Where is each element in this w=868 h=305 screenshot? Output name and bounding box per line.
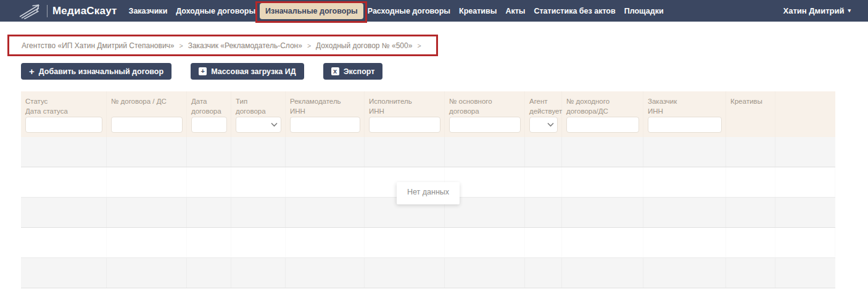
table-cell: [562, 137, 643, 167]
table-row: [21, 258, 835, 288]
nav-item-initial-contracts[interactable]: Изначальные договоры: [260, 3, 363, 19]
table-cell: [643, 137, 726, 167]
user-name: Хатин Дмитрий: [783, 6, 845, 15]
breadcrumb-separator: >: [417, 42, 421, 49]
bulk-upload-button[interactable]: + Массовая загрузка ИД: [191, 63, 304, 80]
table-cell: [775, 258, 835, 288]
table-cell: [231, 228, 286, 257]
table-cell: [562, 228, 643, 257]
table-cell: [775, 137, 835, 167]
nav-item-income-contracts[interactable]: Доходные договоры: [172, 7, 260, 15]
breadcrumb-link-1[interactable]: Заказчик «Рекламодатель-Слон»: [188, 41, 302, 50]
column-header-main-contract-number: № основногодоговора: [445, 91, 525, 137]
table-cell: [286, 198, 365, 227]
table-cell: [21, 198, 107, 227]
nav-item-creatives[interactable]: Креативы: [455, 7, 501, 15]
filter-income-contract-number-input[interactable]: [566, 117, 639, 133]
table-cell: [525, 258, 562, 288]
table-cell: [21, 228, 107, 257]
column-header-customer: ЗаказчикИНН: [643, 91, 726, 137]
column-header-agent-acting: Агентдействует: [525, 91, 562, 137]
table-body: [21, 137, 835, 288]
breadcrumb-separator: >: [180, 42, 183, 49]
filter-customer-input[interactable]: [648, 117, 722, 133]
toolbar: + Добавить изначальный договор + Массова…: [21, 63, 402, 80]
table-cell: [775, 167, 835, 197]
table-cell: [231, 198, 286, 227]
table-cell: [286, 167, 365, 197]
table-cell: [187, 228, 231, 257]
column-label-main-contract-number: № основногодоговора: [449, 97, 521, 117]
table-cell: [643, 228, 726, 257]
table-cell: [643, 198, 726, 227]
plus-icon: +: [29, 67, 35, 76]
nav-item-platforms[interactable]: Площадки: [620, 7, 668, 15]
table-cell: [187, 137, 231, 167]
breadcrumb-separator: >: [307, 42, 311, 49]
filter-status-input[interactable]: [25, 117, 102, 133]
table-cell: [562, 198, 643, 227]
table-cell: [286, 137, 365, 167]
table-cell: [365, 137, 445, 167]
nav-item-acts[interactable]: Акты: [501, 7, 529, 15]
filter-contract-number-input[interactable]: [111, 117, 183, 133]
table-cell: [21, 137, 107, 167]
column-label-advertiser: РекламодательИНН: [290, 97, 360, 117]
excel-file-icon: x: [331, 67, 339, 75]
user-menu[interactable]: Хатин Дмитрий ▾: [783, 0, 851, 22]
breadcrumb-link-0[interactable]: Агентство «ИП Хатин Дмитрий Степанович»: [22, 41, 175, 50]
table-cell: [231, 137, 286, 167]
table-cell: [562, 258, 643, 288]
column-header-executor: ИсполнительИНН: [365, 91, 445, 137]
table-cell: [445, 258, 525, 288]
table-cell: [187, 167, 231, 197]
breadcrumb-link-2[interactable]: Доходный договор № «500»: [316, 41, 412, 50]
table-cell: [231, 258, 286, 288]
table-cell: [107, 137, 187, 167]
column-label-income-contract-number: № доходногодоговора/ДС: [566, 97, 639, 117]
paper-plane-logo-icon: [19, 3, 42, 19]
table-cell: [726, 198, 775, 227]
table-cell: [286, 228, 365, 257]
column-label-contract-type: Типдоговора: [236, 97, 281, 117]
add-initial-contract-button[interactable]: + Добавить изначальный договор: [21, 63, 172, 80]
filter-executor-input[interactable]: [369, 117, 440, 133]
table-cell: [726, 167, 775, 197]
table-cell: [775, 198, 835, 227]
table-cell: [562, 167, 643, 197]
table-cell: [643, 258, 726, 288]
table-cell: [107, 228, 187, 257]
filter-advertiser-input[interactable]: [290, 117, 360, 133]
column-header-status: СтатусДата статуса: [21, 91, 107, 137]
empty-state-message: Нет данных: [397, 182, 460, 204]
breadcrumb: Агентство «ИП Хатин Дмитрий Степанович»>…: [7, 35, 438, 56]
column-header-contract-number: № договора / ДС: [107, 91, 187, 137]
column-label-agent-acting: Агентдействует: [529, 97, 558, 117]
nav-item-expense-contracts[interactable]: Расходные договоры: [363, 7, 455, 15]
square-plus-icon: +: [199, 67, 207, 75]
table-cell: [107, 167, 187, 197]
filter-main-contract-number-input[interactable]: [449, 117, 521, 133]
nav-item-statistics-without-acts[interactable]: Статистика без актов: [529, 7, 619, 15]
table-cell: [726, 228, 775, 257]
table-cell: [445, 228, 525, 257]
table-cell: [726, 258, 775, 288]
export-label: Экспорт: [344, 67, 375, 76]
table-cell: [107, 198, 187, 227]
add-initial-contract-label: Добавить изначальный договор: [39, 67, 163, 76]
column-label-actions: [780, 97, 832, 117]
logo[interactable]: МедиаСкаут: [19, 3, 117, 19]
filter-contract-type-select[interactable]: [236, 117, 281, 133]
table-cell: [21, 167, 107, 197]
table-cell: [365, 228, 445, 257]
table-cell: [525, 228, 562, 257]
filter-agent-acting-select[interactable]: [529, 117, 558, 133]
table-cell: [231, 167, 286, 197]
nav-item-customers[interactable]: Заказчики: [125, 7, 172, 15]
bulk-upload-label: Массовая загрузка ИД: [211, 67, 296, 76]
table-cell: [525, 198, 562, 227]
table-cell: [286, 258, 365, 288]
export-button[interactable]: x Экспорт: [323, 63, 383, 80]
filter-contract-date-input[interactable]: [191, 117, 227, 133]
table-cell: [445, 137, 525, 167]
